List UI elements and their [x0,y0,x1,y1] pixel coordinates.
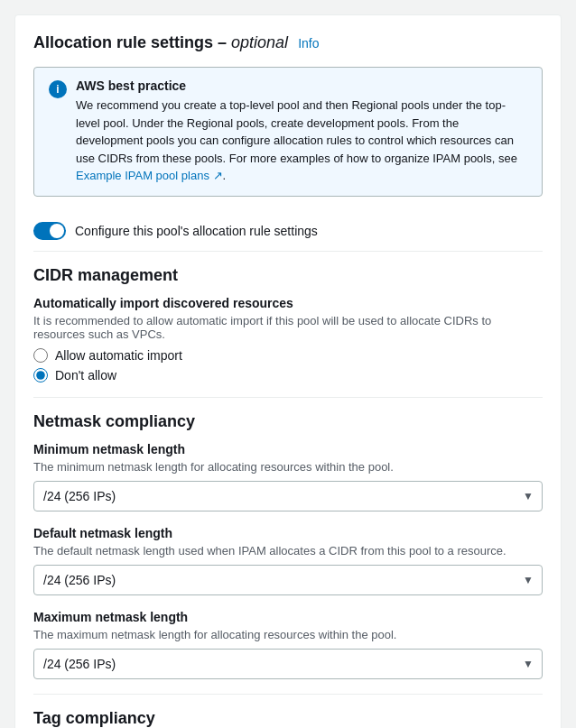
max-netmask-field: Maximum netmask length The maximum netma… [33,610,543,679]
auto-import-radio-group: Allow automatic import Don't allow [33,348,543,382]
default-netmask-select[interactable]: /24 (256 IPs) /25 (128 IPs) /26 (64 IPs)… [33,565,543,595]
info-box: i AWS best practice We recommend you cre… [33,67,543,197]
min-netmask-select[interactable]: /24 (256 IPs) /25 (128 IPs) /26 (64 IPs)… [33,481,543,511]
tag-section: Tag compliancy Tagging requirements Add … [33,709,543,729]
netmask-section: Netmask compliancy Minimum netmask lengt… [33,412,543,679]
info-link[interactable]: Info [298,36,319,51]
max-netmask-label: Maximum netmask length [33,610,543,624]
max-netmask-desc: The maximum netmask length for allocatin… [33,628,543,641]
radio-allow-input[interactable] [33,348,48,363]
max-netmask-wrapper: /24 (256 IPs) /25 (128 IPs) /26 (64 IPs)… [33,649,543,679]
info-box-body: We recommend you create a top-level pool… [76,97,527,185]
page-title: Allocation rule settings – optional Info [33,33,543,52]
default-netmask-field: Default netmask length The default netma… [33,526,543,595]
info-box-title: AWS best practice [76,78,186,93]
info-icon: i [49,80,67,98]
toggle-label: Configure this pool's allocation rule se… [75,224,318,238]
tag-section-title: Tag compliancy [33,709,543,728]
radio-dont-allow-label: Don't allow [55,368,116,382]
min-netmask-wrapper: /24 (256 IPs) /25 (128 IPs) /26 (64 IPs)… [33,481,543,511]
radio-allow-label: Allow automatic import [55,348,182,363]
default-netmask-wrapper: /24 (256 IPs) /25 (128 IPs) /26 (64 IPs)… [33,565,543,595]
radio-allow[interactable]: Allow automatic import [33,348,543,363]
default-netmask-desc: The default netmask length used when IPA… [33,544,543,558]
info-box-content: AWS best practice We recommend you creat… [76,78,527,185]
auto-import-field: Automatically import discovered resource… [33,296,543,382]
cidr-section-title: CIDR management [33,266,543,285]
auto-import-label: Automatically import discovered resource… [33,296,543,310]
min-netmask-desc: The minimum netmask length for allocatin… [33,460,543,474]
radio-dont-allow-input[interactable] [33,368,48,382]
example-ipam-link[interactable]: Example IPAM pool plans ↗ [76,169,223,182]
max-netmask-select[interactable]: /24 (256 IPs) /25 (128 IPs) /26 (64 IPs)… [33,649,543,679]
toggle-row: Configure this pool's allocation rule se… [33,211,543,252]
divider-2 [33,694,543,695]
divider-1 [33,397,543,398]
netmask-section-title: Netmask compliancy [33,412,543,431]
cidr-section: CIDR management Automatically import dis… [33,266,543,382]
default-netmask-label: Default netmask length [33,526,543,540]
auto-import-desc: It is recommended to allow automatic imp… [33,314,543,341]
min-netmask-label: Minimum netmask length [33,442,543,456]
min-netmask-field: Minimum netmask length The minimum netma… [33,442,543,511]
radio-dont-allow[interactable]: Don't allow [33,368,543,382]
allocation-toggle[interactable] [33,222,66,240]
